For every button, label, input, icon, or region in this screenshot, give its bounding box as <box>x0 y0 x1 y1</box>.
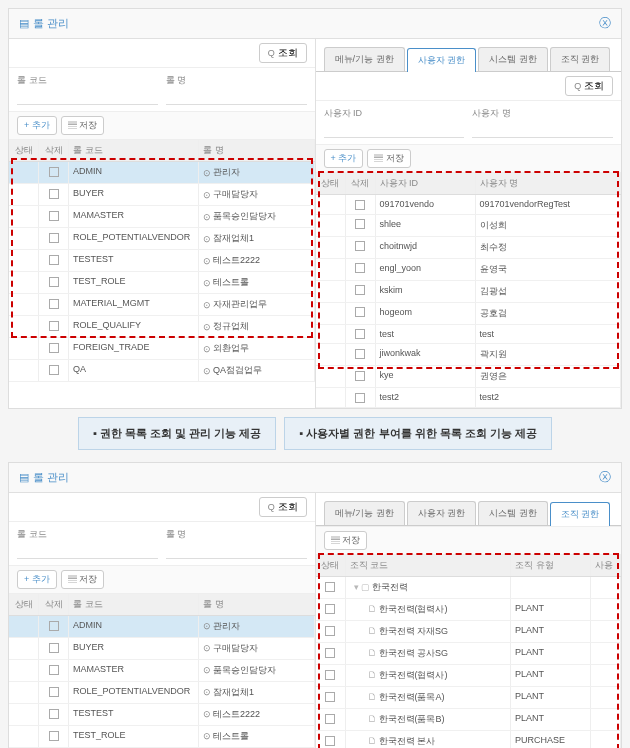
tab-org-auth[interactable]: 조직 권한 <box>550 47 611 71</box>
tree-row[interactable]: ▾ ▢ 한국전력 <box>316 577 622 599</box>
table-row[interactable]: BUYER⊙ 구매담당자 <box>9 638 315 660</box>
table-row[interactable]: testtest <box>316 325 622 345</box>
checkbox[interactable] <box>49 709 59 719</box>
checkbox[interactable] <box>49 211 59 221</box>
checkbox[interactable] <box>355 285 365 295</box>
tree-row[interactable]: 🗋 한국전력(협력사)PLANT <box>316 599 622 621</box>
table-row[interactable]: kskim김광섭 <box>316 281 622 303</box>
checkbox[interactable] <box>325 714 335 724</box>
checkbox[interactable] <box>355 241 365 251</box>
close-icon[interactable]: ⓧ <box>599 15 611 32</box>
table-row[interactable]: test2test2 <box>316 388 622 408</box>
checkbox[interactable] <box>325 626 335 636</box>
checkbox[interactable] <box>355 263 365 273</box>
table-row[interactable]: hogeom공호검 <box>316 303 622 325</box>
checkbox[interactable] <box>49 365 59 375</box>
checkbox[interactable] <box>325 648 335 658</box>
search-icon[interactable]: ⊙ <box>203 300 211 310</box>
user-name-input[interactable] <box>472 122 613 138</box>
search-icon[interactable]: ⊙ <box>203 190 211 200</box>
table-row[interactable]: TESTEST⊙ 테스트2222 <box>9 250 315 272</box>
table-row[interactable]: engl_yoon윤영국 <box>316 259 622 281</box>
role-name-input[interactable] <box>166 89 307 105</box>
table-row[interactable]: ROLE_POTENTIALVENDOR⊙ 잠재업체1 <box>9 682 315 704</box>
checkbox[interactable] <box>355 371 365 381</box>
checkbox[interactable] <box>49 255 59 265</box>
table-row[interactable]: TESTEST⊙ 테스트2222 <box>9 704 315 726</box>
checkbox[interactable] <box>355 200 365 210</box>
tab-system-auth[interactable]: 시스템 권한 <box>478 47 548 71</box>
add-button[interactable]: + 추가 <box>17 116 57 135</box>
checkbox[interactable] <box>49 167 59 177</box>
table-row[interactable]: BUYER⊙ 구매담당자 <box>9 184 315 206</box>
table-row[interactable]: 091701vendo091701vendorRegTest <box>316 195 622 215</box>
checkbox[interactable] <box>49 687 59 697</box>
save-button[interactable]: ▤ 저장 <box>367 149 411 168</box>
checkbox[interactable] <box>355 393 365 403</box>
table-row[interactable]: ROLE_POTENTIALVENDOR⊙ 잠재업체1 <box>9 228 315 250</box>
search-icon[interactable]: ⊙ <box>203 366 211 376</box>
checkbox[interactable] <box>49 731 59 741</box>
checkbox[interactable] <box>325 736 335 746</box>
checkbox[interactable] <box>49 643 59 653</box>
checkbox[interactable] <box>325 670 335 680</box>
user-id-input[interactable] <box>324 122 465 138</box>
checkbox[interactable] <box>325 604 335 614</box>
search-icon[interactable]: ⊙ <box>203 643 211 653</box>
table-row[interactable]: MAMASTER⊙ 품목승인담당자 <box>9 660 315 682</box>
add-button[interactable]: + 추가 <box>17 570 57 589</box>
table-row[interactable]: ROLE_QUALIFY⊙ 정규업체 <box>9 316 315 338</box>
table-row[interactable]: TEST_ROLE⊙ 테스트롤 <box>9 726 315 748</box>
save-button[interactable]: ▤ 저장 <box>61 570 105 589</box>
checkbox[interactable] <box>49 665 59 675</box>
role-code-input[interactable] <box>17 543 158 559</box>
tree-row[interactable]: 🗋 한국전력(협력사)PLANT <box>316 665 622 687</box>
table-row[interactable]: MAMASTER⊙ 품목승인담당자 <box>9 206 315 228</box>
search-icon[interactable]: ⊙ <box>203 344 211 354</box>
search-icon[interactable]: ⊙ <box>203 322 211 332</box>
role-code-input[interactable] <box>17 89 158 105</box>
search-icon[interactable]: ⊙ <box>203 256 211 266</box>
checkbox[interactable] <box>49 321 59 331</box>
table-row[interactable]: shlee이성희 <box>316 215 622 237</box>
checkbox[interactable] <box>49 343 59 353</box>
tree-row[interactable]: 🗋 한국전력(품목A)PLANT <box>316 687 622 709</box>
checkbox[interactable] <box>49 277 59 287</box>
checkbox[interactable] <box>355 349 365 359</box>
tab-user-auth[interactable]: 사용자 권한 <box>407 48 477 72</box>
table-row[interactable]: kye권영은 <box>316 366 622 388</box>
table-row[interactable]: FOREIGN_TRADE⊙ 외환업무 <box>9 338 315 360</box>
tab-org-auth[interactable]: 조직 권한 <box>550 502 611 526</box>
tab-menu-auth[interactable]: 메뉴/기능 권한 <box>324 47 405 71</box>
checkbox[interactable] <box>49 189 59 199</box>
checkbox[interactable] <box>325 692 335 702</box>
checkbox[interactable] <box>355 329 365 339</box>
search-icon[interactable]: ⊙ <box>203 687 211 697</box>
tree-row[interactable]: 🗋 한국전력 공사SGPLANT <box>316 643 622 665</box>
checkbox[interactable] <box>355 219 365 229</box>
search-button[interactable]: Q 조회 <box>565 76 613 96</box>
table-row[interactable]: MATERIAL_MGMT⊙ 자재관리업무 <box>9 294 315 316</box>
search-icon[interactable]: ⊙ <box>203 234 211 244</box>
table-row[interactable]: TEST_ROLE⊙ 테스트롤 <box>9 272 315 294</box>
save-button[interactable]: ▤ 저장 <box>61 116 105 135</box>
checkbox[interactable] <box>355 307 365 317</box>
table-row[interactable]: jiwonkwak곽지원 <box>316 344 622 366</box>
search-icon[interactable]: ⊙ <box>203 168 211 178</box>
close-icon[interactable]: ⓧ <box>599 469 611 486</box>
save-button[interactable]: ▤ 저장 <box>324 531 368 550</box>
search-button[interactable]: Q 조회 <box>259 497 307 517</box>
tree-row[interactable]: 🗋 한국전력(품목B)PLANT <box>316 709 622 731</box>
search-icon[interactable]: ⊙ <box>203 621 211 631</box>
search-button[interactable]: Q 조회 <box>259 43 307 63</box>
checkbox[interactable] <box>49 233 59 243</box>
tree-row[interactable]: 🗋 한국전력 자재SGPLANT <box>316 621 622 643</box>
role-name-input[interactable] <box>166 543 307 559</box>
search-icon[interactable]: ⊙ <box>203 212 211 222</box>
search-icon[interactable]: ⊙ <box>203 709 211 719</box>
add-button[interactable]: + 추가 <box>324 149 364 168</box>
table-row[interactable]: ADMIN⊙ 관리자 <box>9 616 315 638</box>
table-row[interactable]: choitnwjd최수정 <box>316 237 622 259</box>
checkbox[interactable] <box>325 582 335 592</box>
table-row[interactable]: ADMIN⊙ 관리자 <box>9 162 315 184</box>
